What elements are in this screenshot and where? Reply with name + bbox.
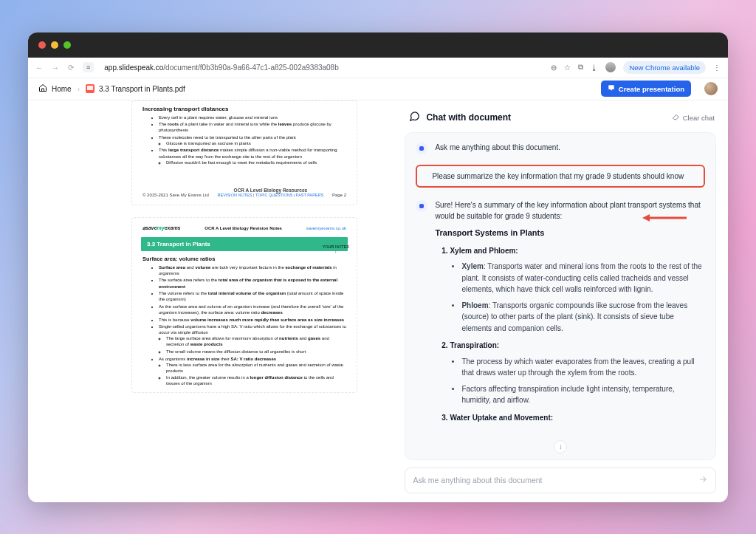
- create-presentation-button[interactable]: Create presentation: [601, 81, 691, 97]
- chrome-profile-avatar[interactable]: [605, 62, 616, 72]
- chat-message-bot: Ask me anything about this document.: [416, 142, 705, 154]
- chat-message-bot: Sure! Here's a summary of the key inform…: [416, 199, 705, 430]
- create-presentation-label: Create presentation: [619, 85, 684, 93]
- document-page-2: ⌀savemyexams OCR A Level Biology Revisio…: [131, 217, 357, 393]
- breadcrumb-home-label: Home: [52, 85, 72, 93]
- chat-reply-heading: Transport Systems in Plants: [435, 227, 705, 239]
- doc-page-number: Page 2: [332, 193, 346, 197]
- scroll-to-bottom-button[interactable]: ↓: [554, 440, 567, 453]
- bot-avatar-icon: [416, 200, 427, 212]
- chat-header: Chat with document Clear chat: [405, 106, 716, 132]
- doc-footer-links: REVISION NOTES | TOPIC QUESTIONS | PAST …: [209, 193, 332, 197]
- chat-input[interactable]: [413, 476, 698, 485]
- your-notes-label: YOUR NOTES ↓: [323, 244, 349, 253]
- clear-chat-label: Clear chat: [683, 114, 715, 122]
- site-info-icon[interactable]: ≡: [83, 62, 94, 72]
- nav-back-icon[interactable]: ←: [35, 64, 43, 72]
- breadcrumb-home[interactable]: Home: [38, 83, 72, 94]
- chat-message-text: Please summarize the key information tha…: [432, 172, 684, 180]
- doc-title-band: 3.3 Transport in Plants: [141, 237, 348, 251]
- doc-bullet-list: Surface area and volume are both very im…: [142, 264, 346, 387]
- address-bar[interactable]: app.slidespeak.co/document/f0b3b90a-9a66…: [104, 64, 338, 72]
- chat-message-user-highlighted: Please summarize the key information tha…: [416, 165, 705, 188]
- browser-window: ← → ⟳ ≡ app.slidespeak.co/document/f0b3b…: [28, 32, 728, 502]
- kebab-menu-icon[interactable]: ⋮: [713, 64, 721, 72]
- chrome-update-chip[interactable]: New Chrome available: [623, 61, 706, 74]
- nav-forward-icon[interactable]: →: [52, 64, 59, 72]
- zoom-icon[interactable]: ⊖: [551, 64, 557, 72]
- user-avatar[interactable]: [704, 82, 718, 95]
- send-icon[interactable]: [698, 474, 708, 487]
- traffic-light-close-icon[interactable]: [38, 41, 46, 49]
- chat-title: Chat with document: [426, 112, 511, 123]
- pdf-icon: [86, 84, 94, 93]
- savemyexams-logo: ⌀savemyexams: [142, 225, 181, 231]
- clear-chat-button[interactable]: Clear chat: [672, 113, 715, 123]
- document-title: 3.3 Transport in Plants.pdf: [99, 85, 185, 93]
- list-item-label: Xylem and Phloem:: [450, 247, 518, 255]
- bot-avatar-icon: [416, 143, 427, 154]
- doc-header-link: savemyexams.co.uk: [306, 226, 346, 230]
- chat-reply-list: Xylem and Phloem: Xylem: Transports wate…: [435, 245, 705, 424]
- eraser-icon: [672, 113, 680, 123]
- chat-pane: Chat with document Clear chat Ask me any…: [399, 100, 728, 502]
- breadcrumb-document[interactable]: 3.3 Transport in Plants.pdf: [86, 84, 185, 93]
- chat-message-text: Ask me anything about this document.: [435, 142, 560, 154]
- doc-bullet-list: Every cell in a plant requires water, gl…: [142, 114, 346, 165]
- extension-icon[interactable]: ⧉: [578, 63, 583, 72]
- doc-header-title: OCR A Level Biology Revision Notes: [205, 226, 282, 230]
- breadcrumb-separator-icon: ›: [78, 85, 80, 93]
- document-page-1: Increasing transport distances Every cel…: [131, 100, 357, 205]
- chat-input-row: [405, 468, 716, 493]
- nav-reload-icon[interactable]: ⟳: [68, 64, 74, 72]
- browser-toolbar: ← → ⟳ ≡ app.slidespeak.co/document/f0b3b…: [28, 58, 728, 78]
- window-titlebar: [28, 32, 728, 58]
- sparkle-icon: [608, 84, 615, 93]
- doc-section-heading: Increasing transport distances: [142, 106, 346, 112]
- main-content: Increasing transport distances Every cel…: [28, 100, 728, 502]
- list-item-label: Transpiration:: [450, 341, 499, 349]
- download-icon[interactable]: ⭳: [591, 64, 598, 72]
- document-preview-pane[interactable]: Increasing transport distances Every cel…: [28, 100, 399, 502]
- chat-icon: [409, 111, 420, 125]
- chat-message-text: Sure! Here's a summary of the key inform…: [435, 199, 705, 222]
- traffic-light-fullscreen-icon[interactable]: [63, 41, 71, 49]
- doc-section-heading: Surface area: volume ratios: [142, 256, 346, 262]
- home-icon: [38, 83, 47, 94]
- chat-scroll[interactable]: Ask me anything about this document. Ple…: [405, 132, 716, 460]
- doc-copyright: © 2015-2021 Save My Exams Ltd: [142, 193, 209, 197]
- bookmark-icon[interactable]: ☆: [564, 64, 571, 72]
- app-toolbar: Home › 3.3 Transport in Plants.pdf Creat…: [28, 78, 728, 100]
- list-item-label: Water Uptake and Movement:: [450, 414, 553, 422]
- doc-footer-title: OCR A Level Biology Resources: [209, 188, 332, 193]
- traffic-light-minimize-icon[interactable]: [51, 41, 58, 49]
